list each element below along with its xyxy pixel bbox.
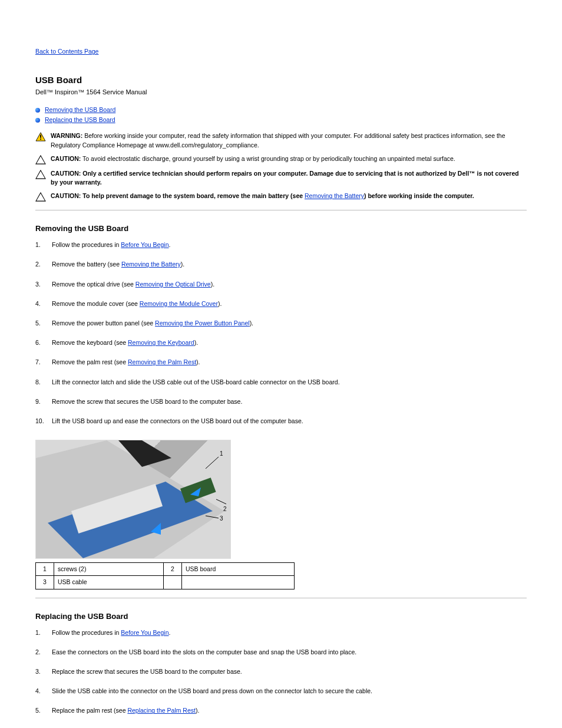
caution2-before: Only a certified service technician shou… — [81, 170, 469, 177]
label-idx: 2 — [163, 563, 181, 576]
step-text: ). — [196, 358, 200, 365]
caution1-label: CAUTION: — [51, 155, 81, 162]
step-text: ). — [250, 319, 253, 327]
warning-icon — [35, 132, 46, 141]
usb-board-figure: 1 2 3 — [35, 440, 231, 559]
step-link[interactable]: Removing the Palm Rest — [128, 358, 196, 365]
step-link[interactable]: Removing the Battery — [121, 261, 181, 268]
label-text — [181, 576, 294, 589]
step-text: Remove the optical drive (see — [52, 281, 135, 288]
step-text: Ease the connectors on the USB board int… — [52, 648, 356, 655]
replacing-heading: Replacing the USB Board — [35, 611, 527, 622]
step: Lift the connector latch and slide the U… — [35, 378, 527, 387]
step-text: Follow the procedures in — [52, 241, 121, 248]
toc-link-replacing[interactable]: Replacing the USB Board — [45, 116, 115, 124]
warning-text: WARNING: Before working inside your comp… — [51, 131, 527, 149]
step-link[interactable]: Before You Begin — [121, 629, 168, 636]
svg-marker-5 — [36, 193, 45, 201]
step: Replace the screw that secures the USB b… — [35, 667, 527, 676]
step-link[interactable]: Removing the Keyboard — [128, 339, 194, 346]
figure-svg: 1 2 3 — [36, 440, 230, 558]
step-text: Remove the module cover (see — [52, 300, 140, 307]
bullet-icon — [35, 118, 40, 123]
step: Ease the connectors on the USB board int… — [35, 648, 527, 657]
step: Remove the palm rest (see Removing the P… — [35, 358, 527, 367]
step-text: Lift the connector latch and slide the U… — [52, 378, 340, 386]
caution2-tm: ™ — [469, 170, 475, 177]
step-text: Lift the USB board up and ease the conne… — [52, 417, 303, 424]
step-text: . — [168, 241, 170, 248]
step-text: . — [168, 629, 170, 636]
svg-marker-4 — [36, 170, 45, 179]
step-text: Follow the procedures in — [52, 629, 121, 636]
svg-rect-2 — [40, 139, 41, 140]
svg-marker-3 — [36, 156, 45, 164]
caution3-after: ) before working inside the computer. — [364, 192, 474, 199]
step: Remove the power button panel (see Remov… — [35, 319, 527, 328]
page-subtitle: Dell™ Inspiron™ 1564 Service Manual — [35, 88, 527, 97]
label-idx — [163, 576, 181, 589]
step: Replace the palm rest (see Replacing the… — [35, 706, 527, 715]
caution-icon — [35, 192, 46, 202]
step-text: Remove the battery (see — [52, 261, 121, 268]
step: Remove the optical drive (see Removing t… — [35, 280, 527, 289]
step: Remove the keyboard (see Removing the Ke… — [35, 338, 527, 347]
bullet-icon — [35, 108, 40, 113]
step-link[interactable]: Removing the Power Button Panel — [155, 319, 250, 327]
step: Remove the screw that secures the USB bo… — [35, 397, 527, 406]
label-text: screws (2) — [54, 563, 164, 576]
caution1-text: CAUTION: To avoid electrostatic discharg… — [51, 154, 527, 163]
step-link[interactable]: Removing the Module Cover — [140, 300, 218, 307]
caution1-body: To avoid electrostatic discharge, ground… — [81, 155, 455, 162]
svg-rect-1 — [40, 135, 41, 138]
caution2-text: CAUTION: Only a certified service techni… — [51, 169, 527, 187]
step-text: Remove the power button panel (see — [52, 319, 155, 327]
caution3-link[interactable]: Removing the Battery — [305, 192, 364, 199]
svg-text:2: 2 — [223, 506, 227, 512]
step: Follow the procedures in Before You Begi… — [35, 241, 527, 249]
divider — [35, 598, 527, 598]
toc-link-removing[interactable]: Removing the USB Board — [45, 106, 115, 114]
step-link[interactable]: Replacing the Palm Rest — [127, 707, 196, 714]
step: Follow the procedures in Before You Begi… — [35, 628, 527, 637]
step: Remove the battery (see Removing the Bat… — [35, 260, 527, 269]
step-text: Remove the screw that secures the USB bo… — [52, 398, 242, 405]
table-row: 1 screws (2) 2 USB board — [36, 563, 295, 576]
back-to-contents-link[interactable]: Back to Contents Page — [35, 47, 98, 56]
step-link[interactable]: Removing the Optical Drive — [135, 281, 211, 288]
table-row: 3 USB cable — [36, 576, 295, 589]
label-text: USB cable — [54, 576, 164, 589]
step-text: Remove the palm rest (see — [52, 358, 128, 365]
removing-heading: Removing the USB Board — [35, 223, 527, 235]
step-text: Replace the screw that secures the USB b… — [52, 668, 242, 675]
caution3-before: To help prevent damage to the system boa… — [81, 192, 305, 199]
label-text: USB board — [181, 563, 294, 576]
step-text: ). — [181, 261, 184, 268]
caution-icon — [35, 170, 46, 179]
divider — [35, 210, 527, 210]
step-text: ). — [211, 281, 214, 288]
step: Lift the USB board up and ease the conne… — [35, 417, 527, 426]
step-text: ). — [218, 300, 222, 307]
label-idx: 1 — [36, 563, 54, 576]
caution-icon — [35, 155, 46, 164]
step: Remove the module cover (see Removing th… — [35, 299, 527, 308]
step-text: Replace the palm rest (see — [52, 707, 127, 714]
caution3-label: CAUTION: — [51, 192, 81, 199]
warning-label: WARNING: — [51, 132, 82, 139]
step-text: Remove the keyboard (see — [52, 339, 128, 346]
step: Slide the USB cable into the connector o… — [35, 687, 527, 696]
page-title: USB Board — [35, 74, 527, 87]
step-text: Slide the USB cable into the connector o… — [52, 687, 372, 694]
warning-body: Before working inside your computer, rea… — [51, 132, 505, 148]
label-idx: 3 — [36, 576, 54, 589]
svg-line-15 — [216, 499, 226, 504]
step-text: ). — [194, 339, 198, 346]
caution2-label: CAUTION: — [51, 170, 81, 177]
step-text: ). — [196, 707, 199, 714]
caution3-text: CAUTION: To help prevent damage to the s… — [51, 192, 527, 200]
step-link[interactable]: Before You Begin — [121, 241, 168, 248]
svg-line-13 — [206, 457, 219, 469]
svg-text:3: 3 — [220, 515, 223, 522]
svg-text:1: 1 — [220, 450, 223, 457]
